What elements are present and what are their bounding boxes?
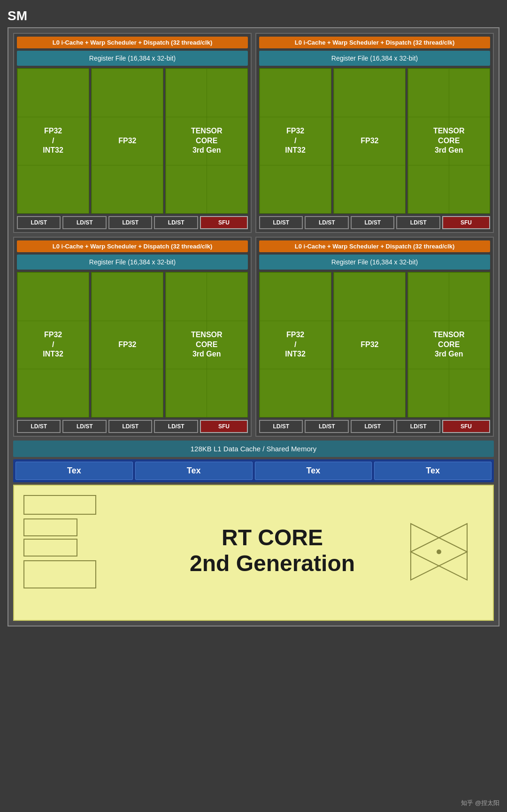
sfu-2: SFU [442,216,490,229]
fp32-unit-3: FP32 [91,272,163,418]
ldst-1-4: LD/ST [154,216,198,229]
l0-header-4: L0 i-Cache + Warp Scheduler + Dispatch (… [259,240,490,252]
sfu-1: SFU [200,216,248,229]
sub-module-1: L0 i-Cache + Warp Scheduler + Dispatch (… [13,33,252,233]
ldst-3-2: LD/ST [62,420,106,433]
tensor-core-unit-1: TENSORCORE3rd Gen [165,68,248,214]
outer-border: L0 i-Cache + Warp Scheduler + Dispatch (… [8,27,499,626]
fp32-unit-4: FP32 [333,272,406,418]
register-file-4: Register File (16,384 x 32-bit) [259,255,490,270]
ldst-1-1: LD/ST [17,216,61,229]
sm-label: SM [8,8,499,23]
tensor-label-2: TENSORCORE3rd Gen [433,126,465,155]
fp32-label-1: FP32 [118,136,136,146]
sub-module-3: L0 i-Cache + Warp Scheduler + Dispatch (… [13,237,252,437]
ldst-3-1: LD/ST [17,420,61,433]
ldst-2-4: LD/ST [396,216,440,229]
ldst-1-3: LD/ST [108,216,152,229]
l0-header-3: L0 i-Cache + Warp Scheduler + Dispatch (… [17,240,248,252]
tex-unit-3: Tex [255,462,372,480]
fp32-int32-label-1: FP32/INT32 [43,126,63,155]
fp32-label-3: FP32 [118,340,136,350]
tensor-core-unit-4: TENSORCORE3rd Gen [407,272,490,418]
tensor-core-unit-2: TENSORCORE3rd Gen [407,68,490,214]
fp32-int32-label-4: FP32/INT32 [285,330,306,359]
tensor-label-1: TENSORCORE3rd Gen [191,126,223,155]
ldst-1-2: LD/ST [62,216,106,229]
fp32-int32-unit-4: FP32/INT32 [259,272,331,418]
register-file-3: Register File (16,384 x 32-bit) [17,255,248,270]
fp32-unit-2: FP32 [333,68,406,214]
compute-area-4: FP32/INT32 FP32 TENSORCORE3rd Gen [259,272,490,418]
fp32-unit-1: FP32 [91,68,163,214]
tensor-label-3: TENSORCORE3rd Gen [191,330,223,359]
ldst-3-3: LD/ST [108,420,152,433]
fp32-label-4: FP32 [361,340,378,350]
fp32-int32-unit-1: FP32/INT32 [17,68,89,214]
bottom-section: 128KB L1 Data Cache / Shared Memory Tex … [13,441,494,482]
bottom-units-4: LD/ST LD/ST LD/ST LD/ST SFU [259,420,490,433]
rt-core-section: RT CORE 2nd Generation [13,485,494,621]
compute-area-1: FP32/INT32 FP32 TENSORCORE3rd Gen [17,68,248,214]
ldst-4-1: LD/ST [259,420,303,433]
tex-unit-1: Tex [15,462,133,480]
sub-module-4: L0 i-Cache + Warp Scheduler + Dispatch (… [255,237,494,437]
tex-row: Tex Tex Tex Tex [13,459,494,482]
fp32-int32-unit-2: FP32/INT32 [259,68,331,214]
bottom-units-1: LD/ST LD/ST LD/ST LD/ST SFU [17,216,248,229]
fp32-int32-label-3: FP32/INT32 [43,330,63,359]
bottom-units-3: LD/ST LD/ST LD/ST LD/ST SFU [17,420,248,433]
ldst-2-1: LD/ST [259,216,303,229]
sfu-4: SFU [442,420,490,433]
ldst-4-3: LD/ST [351,420,394,433]
rt-core-label: RT CORE 2nd Generation [190,525,355,576]
sm-grid: L0 i-Cache + Warp Scheduler + Dispatch (… [13,33,494,437]
rt-triangle-area [401,519,476,587]
l0-header-1: L0 i-Cache + Warp Scheduler + Dispatch (… [17,37,248,48]
sfu-3: SFU [200,420,248,433]
rt-core-title-line2: 2nd Generation [190,550,355,576]
fp32-int32-label-2: FP32/INT32 [285,126,306,155]
bottom-units-2: LD/ST LD/ST LD/ST LD/ST SFU [259,216,490,229]
watermark: 知乎 @捏太阳 [461,799,499,807]
tensor-label-4: TENSORCORE3rd Gen [433,330,465,359]
svg-point-2 [437,549,441,554]
compute-area-3: FP32/INT32 FP32 TENSORCORE3rd Gen [17,272,248,418]
register-file-2: Register File (16,384 x 32-bit) [259,51,490,66]
fp32-label-2: FP32 [361,136,378,146]
register-file-1: Register File (16,384 x 32-bit) [17,51,248,66]
tensor-core-unit-3: TENSORCORE3rd Gen [165,272,248,418]
fp32-int32-unit-3: FP32/INT32 [17,272,89,418]
ldst-4-4: LD/ST [396,420,440,433]
tex-unit-4: Tex [374,462,492,480]
rt-core-title-line1: RT CORE [190,525,355,550]
l1-cache-bar: 128KB L1 Data Cache / Shared Memory [13,441,494,457]
compute-area-2: FP32/INT32 FP32 TENSORCORE3rd Gen [259,68,490,214]
tex-unit-2: Tex [135,462,253,480]
ldst-2-3: LD/ST [351,216,394,229]
ldst-3-4: LD/ST [154,420,198,433]
ldst-2-2: LD/ST [305,216,348,229]
l0-header-2: L0 i-Cache + Warp Scheduler + Dispatch (… [259,37,490,48]
main-container: SM L0 i-Cache + Warp Scheduler + Dispatc… [0,0,507,634]
sub-module-2: L0 i-Cache + Warp Scheduler + Dispatch (… [255,33,494,233]
ldst-4-2: LD/ST [305,420,348,433]
